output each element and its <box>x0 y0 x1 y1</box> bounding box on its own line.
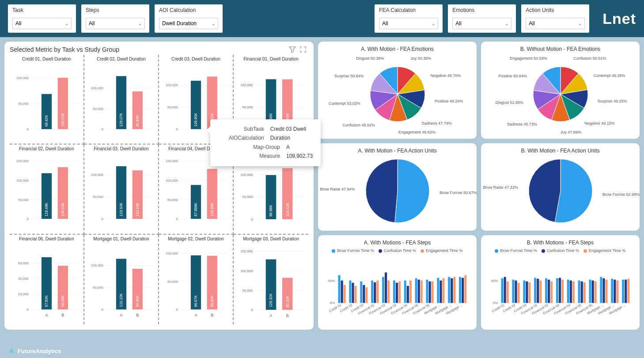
svg-rect-161 <box>396 283 398 303</box>
filter-dropdown[interactable]: All⌄ <box>86 18 145 29</box>
svg-text:100,000: 100,000 <box>16 179 29 183</box>
svg-text:100,000: 100,000 <box>91 263 103 267</box>
steps-card[interactable]: B. With Motions - FEA Steps Brow Furrow … <box>481 235 640 330</box>
svg-text:100,000: 100,000 <box>91 86 103 90</box>
focus-mode-icon[interactable] <box>299 46 307 55</box>
svg-text:0: 0 <box>27 217 29 221</box>
svg-rect-192 <box>501 278 504 303</box>
svg-text:109.90K: 109.90K <box>194 113 198 126</box>
svg-text:50,000: 50,000 <box>167 198 178 202</box>
svg-rect-174 <box>432 282 434 303</box>
filter-icon[interactable] <box>289 46 296 55</box>
filter-dropdown[interactable]: All⌄ <box>12 18 72 29</box>
svg-text:100,000: 100,000 <box>16 76 29 80</box>
cell-title: Mortgage 01, Dwell Duration <box>87 236 155 241</box>
svg-text:50%: 50% <box>328 279 335 283</box>
svg-text:A: A <box>195 312 197 317</box>
svg-text:50%: 50% <box>491 279 498 283</box>
svg-text:100,000: 100,000 <box>240 173 253 177</box>
small-multiple-cell[interactable]: Mortgage 01, Dwell Duration 050,000100,0… <box>84 235 159 324</box>
small-multiple-cell[interactable]: Financial 02, Dwell Duration 050,000100,… <box>10 145 84 234</box>
svg-rect-205 <box>537 279 539 303</box>
svg-text:82.02K: 82.02K <box>285 295 290 307</box>
svg-rect-162 <box>398 282 401 303</box>
pie-card[interactable]: B. Without Motion - FEA Emotions Confusi… <box>481 42 640 139</box>
svg-text:0: 0 <box>176 308 178 312</box>
svg-text:115.10K: 115.10K <box>119 293 123 307</box>
svg-text:119.50K: 119.50K <box>119 203 123 217</box>
svg-text:56.69K: 56.69K <box>61 295 65 307</box>
small-multiple-cell[interactable]: Financial 06, Dwell Duration 020,00040,0… <box>10 235 84 324</box>
svg-rect-142 <box>344 285 346 303</box>
svg-rect-209 <box>548 280 550 303</box>
svg-text:91.83K: 91.83K <box>136 115 140 127</box>
svg-text:150,000: 150,000 <box>16 160 29 164</box>
filter-steps: Steps All⌄ <box>81 4 149 33</box>
small-multiple-cell[interactable]: Mortgage 03, Dwell Duration 050,000100,0… <box>234 235 308 324</box>
svg-rect-220 <box>578 281 580 303</box>
filter-label: Emotions <box>452 7 511 13</box>
svg-rect-234 <box>616 281 618 303</box>
svg-rect-224 <box>589 280 591 303</box>
filter-dropdown[interactable]: All⌄ <box>526 18 585 29</box>
chevron-down-icon: ⌄ <box>65 21 68 26</box>
svg-rect-156 <box>382 277 384 303</box>
svg-rect-202 <box>528 282 530 303</box>
card-title: A. With Motion - FEA Action Units <box>323 148 471 154</box>
small-multiple-cell[interactable]: Financial 03, Dwell Duration 050,000100,… <box>84 145 159 234</box>
svg-rect-166 <box>409 281 412 303</box>
svg-text:B: B <box>286 313 289 317</box>
pie-card[interactable]: A. With Motion - FEA Emotions Joy 50.30%… <box>318 42 477 139</box>
svg-text:0: 0 <box>27 127 29 131</box>
svg-rect-160 <box>393 281 395 303</box>
svg-text:92.45K: 92.45K <box>136 295 140 307</box>
filter-aoi-calculation: AOI Calculation Dwell Duration⌄ <box>155 4 223 33</box>
svg-rect-221 <box>581 282 583 303</box>
cell-title: Financial 06, Dwell Duration <box>12 236 81 241</box>
filter-dropdown[interactable]: Dwell Duration⌄ <box>159 18 218 29</box>
svg-rect-140 <box>338 275 341 303</box>
chart-legend: Brow Furrow Time % Confusion Time % Enga… <box>323 248 471 253</box>
svg-text:118.49K: 118.49K <box>45 203 49 217</box>
chevron-down-icon: ⌄ <box>505 21 508 26</box>
svg-text:100,000: 100,000 <box>240 269 253 273</box>
steps-card[interactable]: A. With Motions - FEA Steps Brow Furrow … <box>318 235 477 330</box>
panel-title: Selected Metric by Task vs Study Group <box>10 46 308 53</box>
filter-action-units: Action Units All⌄ <box>521 4 589 33</box>
filter-label: FEA Calculaton <box>379 7 438 13</box>
svg-text:100,000: 100,000 <box>166 179 178 183</box>
svg-text:50,000: 50,000 <box>18 102 29 106</box>
svg-rect-186 <box>464 275 466 303</box>
svg-text:50,000: 50,000 <box>242 105 253 109</box>
small-multiple-cell[interactable]: Credit 01, Dwell Duration 050,000100,000… <box>10 55 84 145</box>
svg-text:134.15K: 134.15K <box>61 203 65 217</box>
svg-rect-229 <box>602 278 605 303</box>
svg-rect-149 <box>363 285 365 303</box>
svg-text:50,000: 50,000 <box>18 198 29 202</box>
svg-rect-153 <box>374 282 376 303</box>
pie-card[interactable]: B. With Motion - FEA Action Units Brow F… <box>481 143 640 231</box>
svg-rect-206 <box>539 281 542 303</box>
top-filter-bar: Task All⌄ Steps All⌄ AOI Calculation Dwe… <box>0 0 644 37</box>
svg-rect-196 <box>512 280 514 303</box>
svg-text:0: 0 <box>102 308 103 312</box>
small-multiple-cell[interactable]: Mortgage 02, Dwell Duration 050,000100,0… <box>159 235 234 324</box>
filter-label: Steps <box>86 7 145 13</box>
cell-title: Mortgage 03, Dwell Duration <box>236 236 306 241</box>
filter-dropdown[interactable]: All⌄ <box>452 18 511 29</box>
filter-task: Task All⌄ <box>8 4 76 33</box>
pie-card[interactable]: A. With Motion - FEA Action Units Brow F… <box>318 143 477 231</box>
svg-text:0: 0 <box>251 308 253 312</box>
card-title: B. With Motion - FEA Action Units <box>486 148 634 154</box>
svg-text:0: 0 <box>251 217 253 221</box>
svg-rect-228 <box>600 277 602 303</box>
card-title: B. Without Motion - FEA Emotions <box>486 46 634 52</box>
svg-rect-225 <box>592 281 594 303</box>
svg-rect-181 <box>451 278 453 303</box>
small-multiple-cell[interactable]: Credit 02, Dwell Duration 050,000100,000… <box>84 55 159 145</box>
svg-text:0: 0 <box>27 308 29 312</box>
cell-title: Financial 01, Dwell Duration <box>236 57 306 61</box>
svg-text:100,000: 100,000 <box>240 83 253 87</box>
filter-dropdown[interactable]: All⌄ <box>379 18 438 29</box>
svg-text:50,000: 50,000 <box>242 195 253 199</box>
